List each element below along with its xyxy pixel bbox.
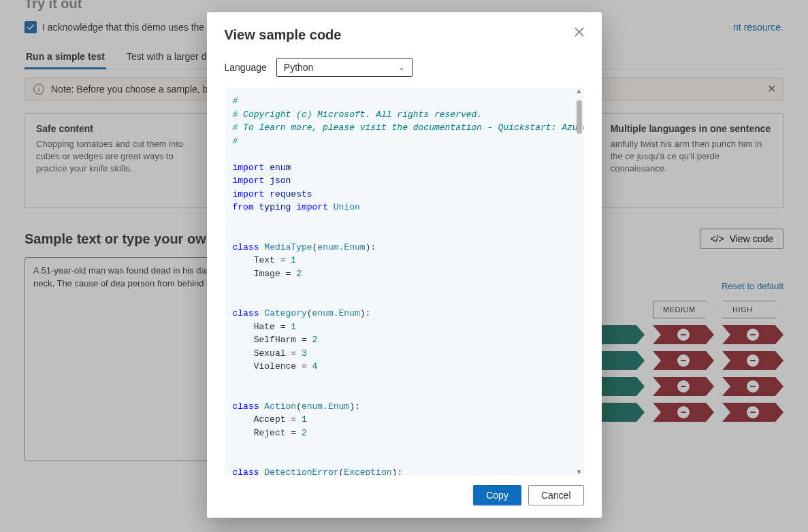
code-block[interactable]: # # Copyright (c) Microsoft. All rights … (225, 88, 584, 476)
scroll-thumb[interactable] (577, 100, 582, 134)
close-icon (575, 27, 584, 37)
language-value: Python (284, 62, 314, 73)
modal-close-icon[interactable] (575, 27, 584, 39)
cancel-button[interactable]: Cancel (528, 485, 584, 505)
language-select[interactable]: Python ⌄ (276, 58, 413, 77)
language-label: Language (225, 62, 267, 73)
scroll-up-icon[interactable]: ▲ (576, 88, 583, 95)
chevron-down-icon: ⌄ (398, 63, 405, 72)
scroll-down-icon[interactable]: ▼ (576, 469, 583, 476)
view-sample-code-modal: View sample code Language Python ⌄ # # C… (207, 12, 602, 518)
copy-button[interactable]: Copy (473, 485, 521, 505)
modal-title: View sample code (225, 27, 342, 43)
code-scrollbar[interactable]: ▲ ▼ (575, 88, 584, 476)
